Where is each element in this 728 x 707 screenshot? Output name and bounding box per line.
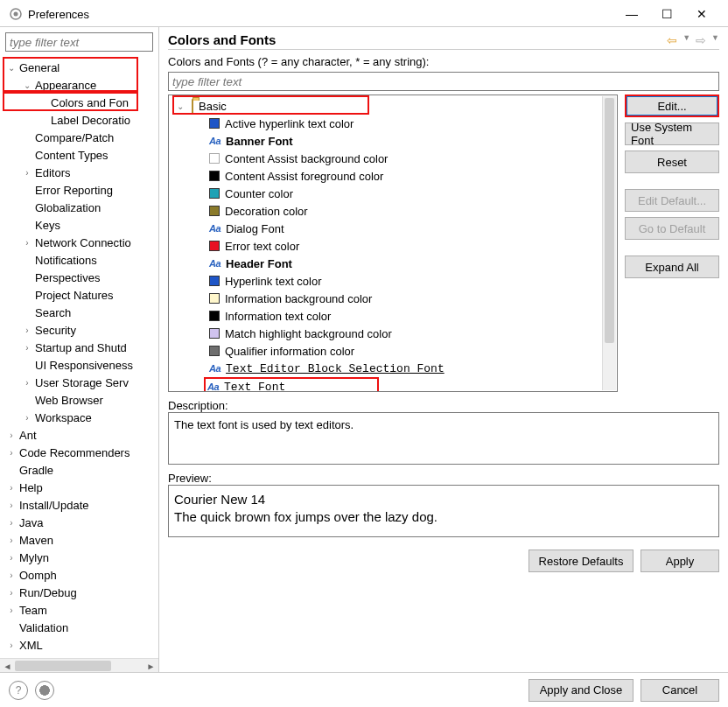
nav-item[interactable]: ›Startup and Shutd <box>0 339 158 356</box>
nav-item[interactable]: ›Ant <box>0 426 158 444</box>
nav-horizontal-scrollbar[interactable]: ◄► <box>0 658 158 673</box>
apply-and-close-button[interactable]: Apply and Close <box>528 679 634 702</box>
page-subtitle: Colors and Fonts (? = any character, * =… <box>168 55 719 68</box>
chevron-right-icon[interactable]: › <box>5 640 18 650</box>
color-font-item[interactable]: Hyperlink text color <box>172 272 613 290</box>
color-font-item[interactable]: Information background color <box>172 290 613 307</box>
nav-item[interactable]: Colors and Fon <box>0 94 158 111</box>
nav-item-label: Team <box>18 604 49 617</box>
nav-item[interactable]: Keys <box>0 216 158 234</box>
chevron-right-icon[interactable]: › <box>5 430 18 440</box>
nav-item[interactable]: Error Reporting <box>0 181 158 199</box>
nav-item[interactable]: ⌄Appearance <box>0 76 158 94</box>
nav-item[interactable]: ›Team <box>0 601 158 619</box>
restore-defaults-button[interactable]: Restore Defaults <box>528 550 634 572</box>
chevron-right-icon[interactable]: › <box>21 378 33 388</box>
nav-item[interactable]: Globalization <box>0 199 158 216</box>
chevron-right-icon[interactable]: › <box>5 536 18 545</box>
reset-button[interactable]: Reset <box>625 150 719 173</box>
chevron-right-icon[interactable]: › <box>5 448 18 458</box>
tree-vertical-scrollbar[interactable] <box>602 96 616 390</box>
nav-item[interactable]: Search <box>0 304 158 321</box>
nav-item[interactable]: Notifications <box>0 251 158 269</box>
color-font-item[interactable]: Match highlight background color <box>172 325 613 342</box>
font-icon: Aa <box>209 363 220 374</box>
color-font-item[interactable]: Content Assist background color <box>172 150 613 167</box>
color-font-item[interactable]: AaHeader Font <box>172 255 613 272</box>
color-font-item[interactable]: AaDialog Font <box>172 220 613 237</box>
nav-item[interactable]: ›User Storage Serv <box>0 374 158 391</box>
nav-item[interactable]: Project Natures <box>0 286 158 304</box>
maximize-button[interactable]: ☐ <box>649 4 684 24</box>
chevron-right-icon[interactable]: › <box>5 500 18 510</box>
nav-item[interactable]: ›Oomph <box>0 566 158 584</box>
chevron-right-icon[interactable]: › <box>5 570 18 580</box>
color-font-item[interactable]: Content Assist foreground color <box>172 167 613 185</box>
help-icon[interactable]: ? <box>9 681 28 700</box>
color-font-item[interactable]: Counter color <box>172 185 613 202</box>
nav-item[interactable]: ›Run/Debug <box>0 584 158 601</box>
nav-item[interactable]: Web Browser <box>0 391 158 409</box>
colors-fonts-filter-input[interactable] <box>168 72 719 91</box>
chevron-right-icon[interactable]: › <box>5 588 18 598</box>
expand-all-button[interactable]: Expand All <box>625 256 719 278</box>
color-font-item[interactable]: AaText Editor Block Selection Font <box>172 360 613 377</box>
preview-line2: The quick brown fox jumps over the lazy … <box>174 508 713 526</box>
nav-item[interactable]: ›Help <box>0 479 158 496</box>
back-arrow-icon[interactable]: ⇦ <box>667 33 677 47</box>
nav-item[interactable]: ›Maven <box>0 531 158 549</box>
chevron-right-icon[interactable]: › <box>21 413 33 423</box>
chevron-down-icon[interactable]: ⌄ <box>174 102 186 111</box>
chevron-right-icon[interactable]: › <box>21 238 33 248</box>
nav-item[interactable]: Content Types <box>0 146 158 164</box>
nav-item[interactable]: Perspectives <box>0 269 158 286</box>
nav-filter-input[interactable] <box>5 32 153 52</box>
chevron-right-icon[interactable]: › <box>5 606 18 615</box>
minimize-button[interactable]: — <box>614 4 649 24</box>
nav-item[interactable]: Gradle <box>0 461 158 479</box>
color-font-item[interactable]: Qualifier information color <box>172 342 613 360</box>
basic-category-label[interactable]: Basic <box>199 100 227 113</box>
forward-arrow-menu-icon[interactable]: ▼ <box>711 33 719 47</box>
window-title: Preferences <box>28 8 89 21</box>
color-font-item[interactable]: Information text color <box>172 307 613 325</box>
color-font-item[interactable]: Error text color <box>172 237 613 255</box>
nav-item[interactable]: ›Install/Update <box>0 496 158 514</box>
nav-item[interactable]: Compare/Patch <box>0 129 158 146</box>
use-system-font-button[interactable]: Use System Font <box>625 122 719 145</box>
nav-item[interactable]: ›Mylyn <box>0 549 158 566</box>
apply-button[interactable]: Apply <box>640 550 719 572</box>
import-export-icon[interactable] <box>35 681 54 700</box>
nav-item[interactable]: ›Security <box>0 321 158 339</box>
nav-item[interactable]: ›Workspace <box>0 409 158 426</box>
chevron-down-icon[interactable]: ⌄ <box>21 80 33 90</box>
color-font-item[interactable]: Active hyperlink text color <box>172 115 613 132</box>
close-button[interactable]: ✕ <box>684 4 719 24</box>
chevron-down-icon[interactable]: ⌄ <box>5 63 18 73</box>
nav-item[interactable]: ›XML <box>0 636 158 654</box>
chevron-right-icon[interactable]: › <box>21 343 33 353</box>
nav-item[interactable]: Validation <box>0 619 158 636</box>
cancel-button[interactable]: Cancel <box>640 679 719 702</box>
chevron-right-icon[interactable]: › <box>21 168 33 178</box>
edit-button[interactable]: Edit... <box>625 94 719 117</box>
nav-item[interactable]: ›Code Recommenders <box>0 444 158 461</box>
chevron-right-icon[interactable]: › <box>5 483 18 493</box>
colors-fonts-tree[interactable]: ⌄ Basic Active hyperlink text colorAaBan… <box>168 94 618 392</box>
color-font-item[interactable]: AaBanner Font <box>172 132 613 150</box>
chevron-right-icon[interactable]: › <box>5 518 18 528</box>
text-font-item[interactable]: Text Font <box>224 381 285 392</box>
back-arrow-menu-icon[interactable]: ▼ <box>682 33 690 47</box>
nav-item[interactable]: Label Decoratio <box>0 111 158 129</box>
chevron-right-icon[interactable]: › <box>5 553 18 563</box>
nav-item[interactable]: ⌄General <box>0 59 158 76</box>
color-font-item[interactable]: Decoration color <box>172 202 613 220</box>
nav-tree[interactable]: ⌄General⌄AppearanceColors and FonLabel D… <box>0 57 158 673</box>
chevron-right-icon[interactable]: › <box>21 326 33 335</box>
nav-item[interactable]: ›Editors <box>0 164 158 181</box>
nav-item[interactable]: UI Responsiveness <box>0 356 158 374</box>
nav-item[interactable]: ›Java <box>0 514 158 531</box>
nav-item[interactable]: ›Network Connectio <box>0 234 158 251</box>
forward-arrow-icon[interactable]: ⇨ <box>696 33 706 47</box>
preview-label: Preview: <box>168 472 719 485</box>
